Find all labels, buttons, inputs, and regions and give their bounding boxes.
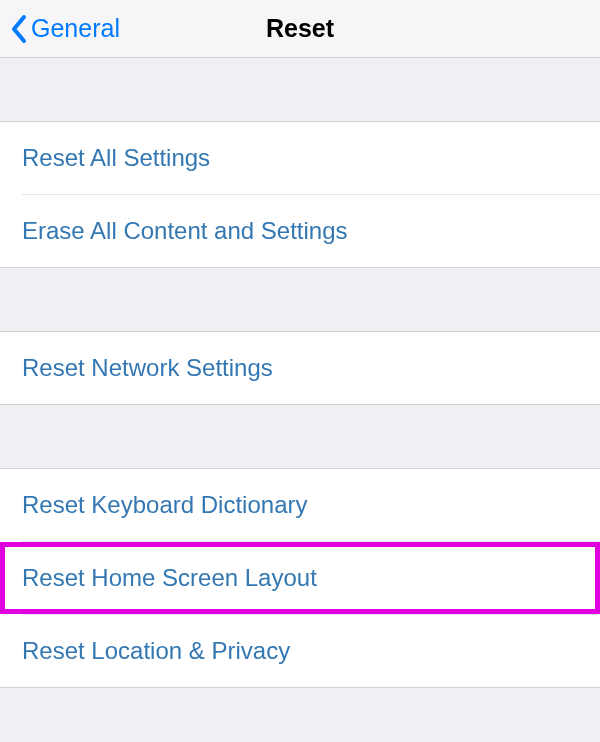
group-spacer: [0, 688, 600, 742]
settings-group: Reset Keyboard Dictionary Reset Home Scr…: [0, 468, 600, 688]
nav-header: General Reset: [0, 0, 600, 58]
reset-network-settings[interactable]: Reset Network Settings: [0, 332, 600, 404]
reset-home-screen-layout[interactable]: Reset Home Screen Layout: [0, 542, 600, 614]
settings-group: Reset All Settings Erase All Content and…: [0, 121, 600, 268]
erase-all-content-and-settings[interactable]: Erase All Content and Settings: [0, 195, 600, 267]
settings-group: Reset Network Settings: [0, 331, 600, 405]
reset-keyboard-dictionary[interactable]: Reset Keyboard Dictionary: [0, 469, 600, 541]
row-label: Erase All Content and Settings: [22, 217, 348, 245]
reset-location-and-privacy[interactable]: Reset Location & Privacy: [0, 615, 600, 687]
group-spacer: [0, 58, 600, 121]
reset-all-settings[interactable]: Reset All Settings: [0, 122, 600, 194]
back-button[interactable]: General: [0, 14, 120, 44]
row-label: Reset Home Screen Layout: [22, 564, 317, 592]
row-label: Reset Keyboard Dictionary: [22, 491, 307, 519]
row-label: Reset All Settings: [22, 144, 210, 172]
back-label: General: [31, 14, 120, 43]
page-title: Reset: [266, 14, 334, 43]
chevron-left-icon: [10, 14, 28, 44]
row-label: Reset Network Settings: [22, 354, 273, 382]
row-label: Reset Location & Privacy: [22, 637, 290, 665]
group-spacer: [0, 405, 600, 468]
group-spacer: [0, 268, 600, 331]
